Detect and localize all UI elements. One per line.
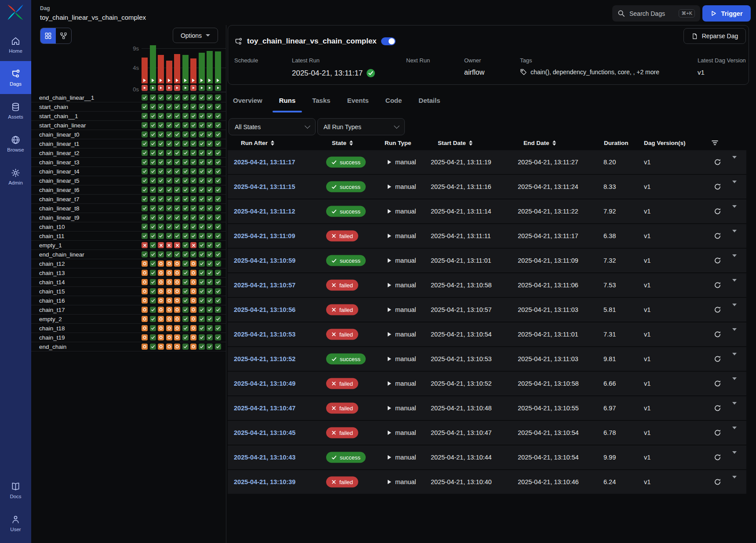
task-name[interactable]: chain_t16 [39, 297, 65, 304]
task-instance-square[interactable] [158, 141, 164, 147]
task-instance-square[interactable] [207, 334, 213, 340]
task-instance-square[interactable] [158, 196, 164, 202]
task-instance-square[interactable] [215, 187, 221, 193]
task-instance-square[interactable] [199, 344, 205, 350]
task-instance-square[interactable] [182, 187, 189, 193]
task-name[interactable]: chain_t14 [39, 279, 65, 286]
task-instance-square[interactable] [207, 150, 213, 156]
task-name[interactable]: chain_linear_t5 [39, 177, 80, 184]
task-instance-square[interactable] [207, 279, 213, 285]
task-instance-square[interactable] [190, 251, 196, 257]
task-instance-square[interactable] [207, 270, 213, 276]
task-instance-square[interactable] [166, 205, 172, 211]
task-instance-square[interactable] [166, 141, 172, 147]
task-instance-square[interactable] [190, 279, 196, 285]
task-instance-square[interactable] [215, 334, 221, 340]
run-duration-bar[interactable] [207, 51, 213, 83]
task-instance-square[interactable] [174, 196, 180, 202]
task-instance-square[interactable] [150, 104, 156, 110]
task-instance-square[interactable] [158, 131, 164, 138]
run-after-link[interactable]: 2025-04-21, 13:10:47 [234, 405, 295, 412]
task-instance-square[interactable] [215, 141, 221, 147]
row-options-caret[interactable] [732, 331, 737, 338]
task-name[interactable]: chain_t12 [39, 261, 65, 267]
task-instance-square[interactable] [174, 233, 180, 239]
task-instance-square[interactable] [215, 270, 221, 276]
task-instance-square[interactable] [150, 177, 156, 184]
task-instance-square[interactable] [158, 261, 164, 267]
task-instance-square[interactable] [142, 224, 148, 230]
task-instance-square[interactable] [142, 270, 148, 276]
task-name[interactable]: chain_linear_t3 [39, 159, 80, 166]
task-instance-square[interactable] [199, 334, 205, 340]
run-after-link[interactable]: 2025-04-21, 13:10:52 [234, 355, 295, 362]
dag-run-square[interactable] [142, 85, 148, 91]
task-instance-square[interactable] [190, 297, 196, 304]
task-instance-square[interactable] [207, 196, 213, 202]
task-instance-square[interactable] [142, 233, 148, 239]
task-instance-square[interactable] [190, 233, 196, 239]
task-instance-square[interactable] [150, 141, 156, 147]
task-instance-square[interactable] [150, 297, 156, 304]
task-instance-square[interactable] [166, 325, 172, 331]
dag-run-square[interactable] [158, 85, 164, 91]
task-instance-square[interactable] [166, 177, 172, 184]
task-instance-square[interactable] [207, 325, 213, 331]
task-instance-square[interactable] [166, 131, 172, 138]
task-instance-square[interactable] [150, 159, 156, 165]
sort-icon[interactable] [349, 140, 353, 145]
task-instance-square[interactable] [215, 279, 221, 285]
task-instance-square[interactable] [142, 334, 148, 340]
task-name[interactable]: chain_linear_t1 [39, 141, 80, 147]
task-instance-square[interactable] [174, 122, 180, 128]
task-instance-square[interactable] [142, 251, 148, 257]
task-instance-square[interactable] [199, 159, 205, 165]
task-instance-square[interactable] [199, 214, 205, 221]
reparse-dag-button[interactable]: Reparse Dag [683, 28, 746, 44]
task-instance-square[interactable] [199, 113, 205, 119]
search-dags-input[interactable]: Search Dags ⌘+K [612, 5, 700, 22]
task-instance-square[interactable] [158, 104, 164, 110]
sidebar-item-dags[interactable]: Dags [0, 61, 31, 94]
row-options-caret[interactable] [732, 478, 737, 485]
row-options-caret[interactable] [732, 380, 737, 387]
task-instance-square[interactable] [215, 316, 221, 322]
task-instance-square[interactable] [207, 187, 213, 193]
task-instance-square[interactable] [190, 122, 196, 128]
task-instance-square[interactable] [166, 159, 172, 165]
task-instance-square[interactable] [158, 177, 164, 184]
task-instance-square[interactable] [158, 224, 164, 230]
task-instance-square[interactable] [158, 288, 164, 294]
task-instance-square[interactable] [142, 150, 148, 156]
task-instance-square[interactable] [174, 104, 180, 110]
task-instance-square[interactable] [142, 205, 148, 211]
task-instance-square[interactable] [166, 113, 172, 119]
task-instance-square[interactable] [215, 224, 221, 230]
task-instance-square[interactable] [142, 141, 148, 147]
task-instance-square[interactable] [166, 242, 172, 248]
task-instance-square[interactable] [199, 279, 205, 285]
row-options-caret[interactable] [732, 405, 737, 412]
task-instance-square[interactable] [166, 214, 172, 221]
clear-run-button[interactable] [714, 405, 721, 412]
task-instance-square[interactable] [207, 104, 213, 110]
task-instance-square[interactable] [174, 242, 180, 248]
task-instance-square[interactable] [158, 168, 164, 174]
run-duration-bar[interactable] [182, 55, 189, 83]
task-instance-square[interactable] [215, 214, 221, 221]
clear-run-button[interactable] [714, 282, 721, 289]
task-instance-square[interactable] [142, 279, 148, 285]
task-name[interactable]: start_chain [39, 104, 68, 110]
task-instance-square[interactable] [190, 131, 196, 138]
task-instance-square[interactable] [207, 261, 213, 267]
task-instance-square[interactable] [207, 288, 213, 294]
task-instance-square[interactable] [174, 214, 180, 221]
task-instance-square[interactable] [215, 307, 221, 313]
task-instance-square[interactable] [166, 233, 172, 239]
task-instance-square[interactable] [215, 150, 221, 156]
task-instance-square[interactable] [190, 113, 196, 119]
run-duration-bar[interactable] [158, 55, 164, 83]
task-instance-square[interactable] [174, 288, 180, 294]
task-instance-square[interactable] [207, 205, 213, 211]
dag-run-square[interactable] [174, 85, 180, 91]
